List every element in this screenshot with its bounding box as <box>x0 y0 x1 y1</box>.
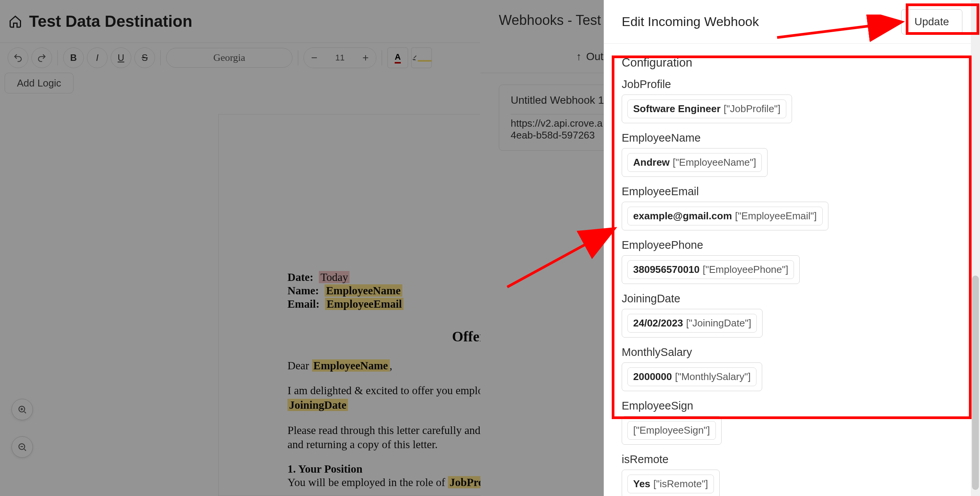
email-token[interactable]: EmployeeEmail <box>325 298 403 310</box>
config-hint: ["isRemote"] <box>653 478 708 490</box>
scroll-thumb[interactable] <box>972 276 979 490</box>
config-field-label: EmployeeEmail <box>622 185 962 198</box>
config-heading: Configuration <box>622 56 962 70</box>
decrease-size-button[interactable]: − <box>304 48 325 68</box>
config-field-box[interactable]: 380956570010["EmployeePhone"] <box>622 255 800 284</box>
config-value: 2000000 <box>633 371 672 383</box>
config-value: 380956570010 <box>633 264 700 276</box>
add-logic-button[interactable]: Add Logic <box>5 73 74 93</box>
config-hint: ["JoiningDate"] <box>686 317 751 329</box>
config-field-employeename: EmployeeNameAndrew["EmployeeName"] <box>622 132 962 177</box>
increase-size-button[interactable]: + <box>355 48 376 68</box>
config-field-monthlysalary: MonthlySalary2000000["MonthlySalary"] <box>622 346 962 391</box>
config-value: example@gmail.com <box>633 210 732 222</box>
config-value: Andrew <box>633 157 670 168</box>
config-hint: ["EmployeeSign"] <box>633 424 710 436</box>
font-size-stepper[interactable]: − 11 + <box>304 47 376 68</box>
config-field-box[interactable]: ["EmployeeSign"] <box>622 416 722 445</box>
config-field-jobprofile: JobProfileSoftware Engineer["JobProfile"… <box>622 78 962 123</box>
home-icon[interactable] <box>8 14 23 29</box>
scrollbar[interactable] <box>971 0 980 496</box>
config-value-pill[interactable]: 380956570010["EmployeePhone"] <box>627 260 794 279</box>
config-value: Software Engineer <box>633 103 720 115</box>
config-field-box[interactable]: example@gmail.com["EmployeeEmail"] <box>622 202 828 230</box>
config-hint: ["JobProfile"] <box>724 103 781 115</box>
config-field-label: EmployeeName <box>622 132 962 144</box>
zoom-out-button[interactable] <box>11 436 33 458</box>
config-hint: ["MonthlySalary"] <box>675 371 751 383</box>
config-field-box[interactable]: 2000000["MonthlySalary"] <box>622 362 762 391</box>
config-field-label: JobProfile <box>622 78 962 91</box>
bold-button[interactable]: B <box>63 47 84 68</box>
separator <box>160 50 161 65</box>
separator <box>57 50 58 65</box>
name-token[interactable]: EmployeeName <box>312 359 390 372</box>
config-field-label: EmployeePhone <box>622 239 962 251</box>
font-select[interactable]: Georgia <box>166 48 292 68</box>
config-value-pill[interactable]: Yes["isRemote"] <box>627 475 714 493</box>
update-button[interactable]: Update <box>901 9 962 34</box>
date-label: Date: <box>287 271 314 283</box>
strike-button[interactable]: S <box>134 47 155 68</box>
config-field-box[interactable]: Yes["isRemote"] <box>622 470 720 496</box>
config-field-employeephone: EmployeePhone380956570010["EmployeePhone… <box>622 239 962 284</box>
config-field-employeesign: EmployeeSign["EmployeeSign"] <box>622 400 962 445</box>
config-field-employeeemail: EmployeeEmailexample@gmail.com["Employee… <box>622 185 962 230</box>
zoom-in-button[interactable] <box>11 399 33 420</box>
config-section: Configuration JobProfileSoftware Enginee… <box>604 44 980 496</box>
undo-button[interactable] <box>8 47 28 68</box>
config-value-pill[interactable]: 2000000["MonthlySalary"] <box>627 367 756 386</box>
edit-header: Edit Incoming Webhook Update <box>604 0 980 44</box>
zoom-controls <box>11 399 33 458</box>
name-token[interactable]: EmployeeName <box>325 284 402 297</box>
config-field-label: MonthlySalary <box>622 346 962 359</box>
edit-webhook-panel: Edit Incoming Webhook Update Configurati… <box>604 0 980 496</box>
config-value-pill[interactable]: 24/02/2023["JoiningDate"] <box>627 314 757 333</box>
email-label: Email: <box>287 298 320 310</box>
config-field-box[interactable]: Andrew["EmployeeName"] <box>622 148 768 177</box>
date-token[interactable]: Today <box>319 271 350 283</box>
config-hint: ["EmployeePhone"] <box>703 264 789 276</box>
separator <box>382 50 382 65</box>
config-hint: ["EmployeeName"] <box>673 157 756 168</box>
config-value: Yes <box>633 478 650 490</box>
separator <box>298 50 298 65</box>
underline-button[interactable]: U <box>111 47 131 68</box>
config-field-joiningdate: JoiningDate24/02/2023["JoiningDate"] <box>622 292 962 338</box>
config-hint: ["EmployeeEmail"] <box>735 210 817 222</box>
config-field-box[interactable]: Software Engineer["JobProfile"] <box>622 95 792 123</box>
name-label: Name: <box>287 284 319 297</box>
config-value-pill[interactable]: Software Engineer["JobProfile"] <box>627 100 786 118</box>
config-field-box[interactable]: 24/02/2023["JoiningDate"] <box>622 309 763 338</box>
config-field-isremote: isRemoteYes["isRemote"] <box>622 453 962 496</box>
config-value-pill[interactable]: Andrew["EmployeeName"] <box>627 153 762 172</box>
italic-button[interactable]: I <box>87 47 108 68</box>
arrow-up-icon: ↑ <box>576 51 581 63</box>
edit-title: Edit Incoming Webhook <box>622 14 759 29</box>
config-field-label: JoiningDate <box>622 292 962 305</box>
config-value: 24/02/2023 <box>633 317 683 329</box>
config-value-pill[interactable]: example@gmail.com["EmployeeEmail"] <box>627 207 823 225</box>
text-color-button[interactable]: A <box>387 47 408 68</box>
page-title: Test Data Destination <box>29 12 192 31</box>
config-field-label: isRemote <box>622 453 962 466</box>
joiningdate-token[interactable]: JoiningDate <box>287 399 348 411</box>
highlight-color-button[interactable] <box>411 47 432 68</box>
font-size-value: 11 <box>325 53 355 63</box>
redo-button[interactable] <box>31 47 52 68</box>
config-value-pill[interactable]: ["EmployeeSign"] <box>627 421 716 440</box>
config-field-label: EmployeeSign <box>622 400 962 412</box>
